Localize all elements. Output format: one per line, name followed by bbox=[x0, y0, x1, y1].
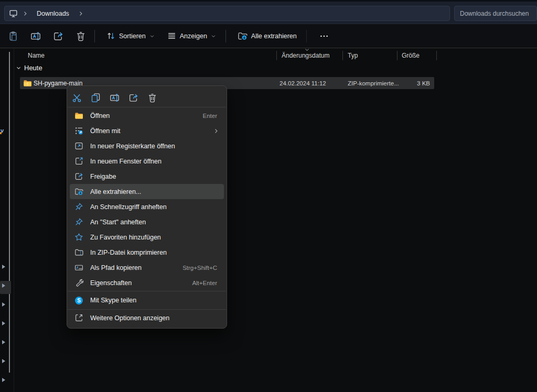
group-header-today[interactable]: Heute bbox=[16, 64, 42, 72]
view-label: Anzeigen bbox=[180, 32, 207, 40]
chevron-down-icon[interactable] bbox=[16, 65, 22, 71]
view-list-icon bbox=[167, 31, 176, 40]
copy-path-icon bbox=[74, 263, 83, 272]
column-header-modified[interactable]: Änderungsdatum bbox=[282, 50, 329, 61]
column-separator[interactable] bbox=[342, 51, 343, 60]
pin-icon bbox=[74, 217, 83, 226]
column-header-name[interactable]: Name bbox=[28, 50, 45, 61]
sort-arrows-icon bbox=[106, 31, 115, 40]
menu-item-properties[interactable]: Eigenschaften Alt+Enter bbox=[70, 275, 224, 290]
share-icon bbox=[74, 172, 83, 181]
column-separator[interactable] bbox=[436, 51, 437, 60]
tree-expand-icon[interactable] bbox=[1, 377, 7, 383]
tree-expand-icon[interactable] bbox=[1, 301, 7, 308]
more-options-icon bbox=[74, 313, 83, 322]
shortcut-label: Enter bbox=[203, 113, 220, 119]
rename-button[interactable] bbox=[26, 27, 45, 45]
title-bar: Downloads bbox=[0, 0, 537, 24]
breadcrumb-downloads[interactable]: Downloads bbox=[33, 8, 73, 19]
view-button[interactable]: Anzeigen bbox=[162, 27, 221, 45]
file-list-area: v Name Änderungsdatum Typ Größe Heute bbox=[0, 49, 537, 392]
menu-item-share-skype[interactable]: S Mit Skype teilen bbox=[70, 292, 224, 309]
sort-button[interactable]: Sortieren bbox=[101, 27, 160, 45]
star-icon bbox=[74, 233, 83, 242]
menu-item-extract-all[interactable]: Alle extrahieren... bbox=[70, 184, 224, 199]
share-button[interactable] bbox=[49, 27, 68, 45]
cut-button[interactable] bbox=[67, 90, 86, 105]
menu-item-more-options[interactable]: Weitere Optionen anzeigen bbox=[70, 310, 224, 325]
tree-expand-icon[interactable] bbox=[1, 320, 7, 326]
file-type: ZIP-komprimierte... bbox=[348, 80, 399, 86]
menu-item-add-favorites[interactable]: Zu Favoriten hinzufügen bbox=[70, 230, 224, 245]
menu-item-open-with[interactable]: Öffnen mit bbox=[70, 123, 224, 138]
folder-icon bbox=[74, 111, 83, 120]
toolbar-divider bbox=[306, 30, 307, 42]
column-header-size[interactable]: Größe bbox=[402, 50, 420, 61]
search-input[interactable] bbox=[460, 10, 531, 17]
svg-text:S: S bbox=[77, 298, 81, 303]
wrench-icon bbox=[74, 278, 83, 287]
breadcrumb-chevron-icon[interactable] bbox=[77, 9, 85, 18]
pin-icon bbox=[74, 202, 83, 211]
nav-item-icon-fragment bbox=[0, 132, 2, 134]
menu-item-share[interactable]: Freigabe bbox=[70, 169, 224, 184]
nav-pane-scrollbar[interactable] bbox=[9, 52, 10, 373]
sort-direction-icon bbox=[305, 48, 309, 52]
chevron-down-icon bbox=[211, 34, 216, 39]
tree-expand-icon[interactable] bbox=[1, 264, 7, 270]
column-separator[interactable] bbox=[397, 51, 398, 60]
paste-button[interactable] bbox=[4, 27, 23, 45]
breadcrumb-chevron-icon[interactable] bbox=[21, 9, 29, 18]
share-button[interactable] bbox=[124, 90, 143, 105]
menu-item-pin-quick-access[interactable]: An Schnellzugriff anheften bbox=[70, 199, 224, 214]
shortcut-label: Strg+Shift+C bbox=[182, 265, 219, 271]
file-modified: 24.02.2024 11:12 bbox=[280, 80, 326, 86]
menu-item-pin-start[interactable]: An "Start" anheften bbox=[70, 214, 224, 230]
column-separator[interactable] bbox=[276, 51, 277, 60]
menu-item-open-new-window[interactable]: In neuem Fenster öffnen bbox=[70, 154, 224, 169]
chevron-down-icon bbox=[149, 34, 155, 39]
tree-expand-icon[interactable] bbox=[1, 358, 7, 364]
toolbar-divider bbox=[225, 30, 226, 42]
this-pc-icon[interactable] bbox=[9, 9, 18, 18]
sort-label: Sortieren bbox=[119, 32, 146, 40]
menu-item-open[interactable]: Öffnen Enter bbox=[70, 108, 224, 123]
tree-expand-icon[interactable] bbox=[1, 282, 7, 289]
group-label: Heute bbox=[24, 64, 42, 72]
copy-button[interactable] bbox=[86, 90, 105, 105]
tree-expand-icon[interactable] bbox=[1, 339, 7, 345]
extract-all-button[interactable]: Alle extrahieren bbox=[232, 27, 302, 45]
file-size: 3 KB bbox=[417, 80, 430, 86]
search-box[interactable] bbox=[454, 6, 537, 21]
menu-item-compress-zip[interactable]: In ZIP-Datei komprimieren bbox=[70, 245, 224, 260]
extract-folder-icon bbox=[74, 187, 83, 196]
see-more-button[interactable] bbox=[315, 27, 334, 45]
extract-folder-icon bbox=[238, 31, 248, 41]
context-menu: Öffnen Enter Öffnen mit bbox=[67, 85, 227, 329]
address-bar[interactable]: Downloads bbox=[4, 6, 450, 21]
delete-button[interactable] bbox=[71, 27, 90, 45]
rename-button[interactable] bbox=[105, 90, 124, 105]
context-menu-icon-row bbox=[67, 89, 227, 106]
submenu-chevron-icon bbox=[213, 128, 219, 134]
file-explorer-window: Downloads bbox=[0, 0, 537, 392]
zip-folder-icon bbox=[23, 79, 32, 88]
column-header-type[interactable]: Typ bbox=[348, 50, 358, 61]
delete-button[interactable] bbox=[143, 90, 162, 105]
open-with-icon bbox=[74, 126, 83, 135]
extract-all-label: Alle extrahieren bbox=[251, 32, 297, 40]
menu-separator bbox=[68, 309, 226, 310]
skype-icon: S bbox=[74, 296, 83, 305]
new-window-icon bbox=[74, 157, 83, 166]
toolbar-divider bbox=[94, 30, 95, 42]
command-bar: Sortieren Anzeigen bbox=[0, 24, 537, 48]
shortcut-label: Alt+Enter bbox=[192, 280, 219, 286]
menu-item-open-new-tab[interactable]: In neuer Registerkarte öffnen bbox=[70, 138, 224, 154]
nav-pane-divider bbox=[14, 49, 14, 392]
zip-compress-icon bbox=[74, 248, 83, 257]
menu-separator bbox=[68, 107, 226, 107]
menu-separator bbox=[68, 291, 226, 291]
menu-item-copy-as-path[interactable]: Als Pfad kopieren Strg+Shift+C bbox=[70, 260, 224, 275]
new-tab-icon bbox=[74, 141, 83, 150]
